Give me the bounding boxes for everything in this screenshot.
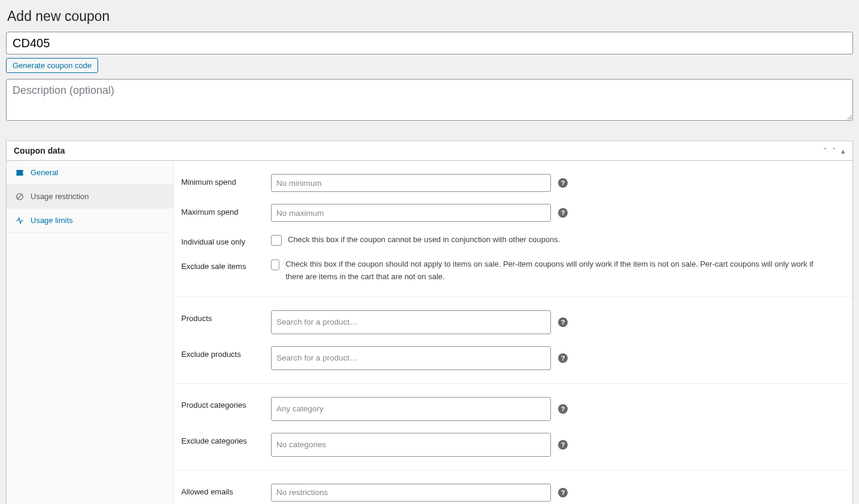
maximum-spend-input[interactable] [271, 204, 551, 222]
tab-general[interactable]: General [7, 161, 173, 185]
ticket-icon [15, 169, 25, 177]
maximum-spend-label: Maximum spend [181, 204, 271, 216]
individual-use-checkbox[interactable] [271, 235, 282, 246]
minimum-spend-label: Minimum spend [181, 174, 271, 187]
exclude-categories-label: Exclude categories [181, 433, 271, 445]
exclude-sale-desc: Check this box if the coupon should not … [285, 258, 821, 283]
sidebar-tabs: General Usage restriction Usage limits [7, 161, 174, 504]
minimum-spend-input[interactable] [271, 174, 551, 192]
allowed-emails-input[interactable] [271, 484, 551, 502]
tab-usage-limits[interactable]: Usage limits [7, 209, 173, 233]
metabox-toggle-icon[interactable]: ▴ [841, 146, 845, 155]
individual-use-desc: Check this box if the coupon cannot be u… [288, 234, 560, 246]
help-icon[interactable]: ? [558, 488, 568, 497]
help-icon[interactable]: ? [558, 317, 568, 327]
tab-general-label: General [31, 168, 58, 177]
product-categories-select[interactable]: Any category [271, 397, 551, 421]
usage-restriction-panel: Minimum spend ? Maximum spend ? Individu… [174, 161, 852, 504]
product-categories-label: Product categories [181, 397, 271, 410]
help-icon[interactable]: ? [558, 440, 568, 450]
svg-line-1 [17, 194, 22, 198]
exclude-products-select[interactable]: Search for a product… [271, 346, 551, 370]
generate-coupon-button[interactable]: Generate coupon code [6, 58, 98, 73]
individual-use-label: Individual use only [181, 234, 271, 246]
tab-usage-restriction[interactable]: Usage restriction [7, 185, 173, 209]
help-icon[interactable]: ? [558, 404, 568, 414]
exclude-categories-select[interactable]: No categories [271, 433, 551, 457]
coupon-code-input[interactable] [6, 32, 853, 54]
metabox-move-up-icon[interactable]: ˄ [823, 146, 827, 155]
exclude-products-label: Exclude products [181, 346, 271, 359]
metabox-header: Coupon data ˄ ˅ ▴ [7, 141, 852, 161]
products-select[interactable]: Search for a product… [271, 310, 551, 334]
tab-usage-restriction-label: Usage restriction [31, 192, 89, 201]
exclude-sale-checkbox[interactable] [271, 259, 279, 270]
allowed-emails-label: Allowed emails [181, 484, 271, 496]
page-title: Add new coupon [7, 8, 853, 25]
help-icon[interactable]: ? [558, 178, 568, 188]
coupon-description-input[interactable] [6, 79, 853, 121]
metabox-title: Coupon data [14, 146, 65, 155]
exclude-sale-label: Exclude sale items [181, 258, 271, 271]
ban-icon [15, 193, 25, 201]
products-label: Products [181, 310, 271, 323]
pulse-icon [15, 216, 25, 225]
tab-usage-limits-label: Usage limits [31, 216, 73, 225]
help-icon[interactable]: ? [558, 208, 568, 218]
metabox-move-down-icon[interactable]: ˅ [832, 146, 836, 155]
coupon-data-metabox: Coupon data ˄ ˅ ▴ General Usage restrict… [6, 140, 853, 504]
help-icon[interactable]: ? [558, 353, 568, 363]
